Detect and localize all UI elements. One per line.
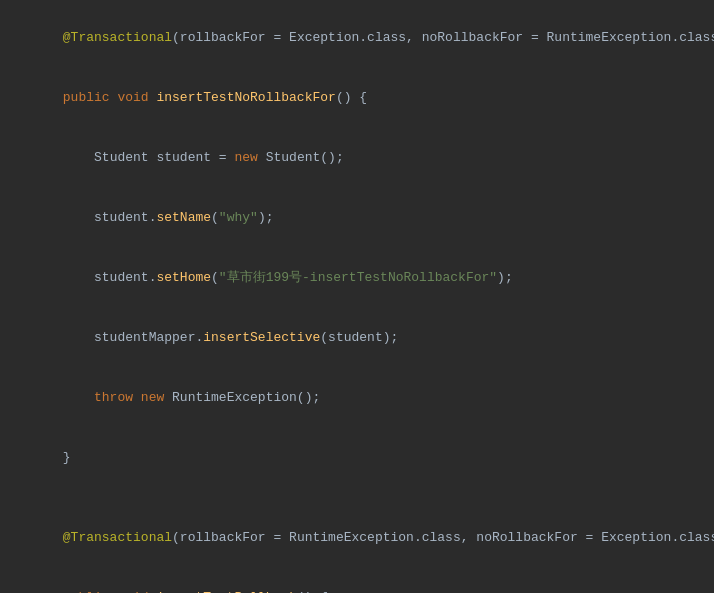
code-editor: @Transactional(rollbackFor = Exception.c… xyxy=(0,0,714,593)
code-block-1: @Transactional(rollbackFor = Exception.c… xyxy=(0,8,714,488)
code-line-1-3: student.setHome("草市街199号-insertTestNoRol… xyxy=(0,248,714,308)
code-line-1-2: student.setName("why"); xyxy=(0,188,714,248)
code-line-1-1: Student student = new Student(); xyxy=(0,128,714,188)
signature-line-2: public void insertTestRollback() { xyxy=(0,568,714,593)
blank-1 xyxy=(0,488,714,508)
signature-line-1: public void insertTestNoRollbackFor() { xyxy=(0,68,714,128)
code-line-1-5: throw new RuntimeException(); xyxy=(0,368,714,428)
code-line-1-4: studentMapper.insertSelective(student); xyxy=(0,308,714,368)
annotation-line-2: @Transactional(rollbackFor = RuntimeExce… xyxy=(0,508,714,568)
code-block-2: @Transactional(rollbackFor = RuntimeExce… xyxy=(0,508,714,593)
closing-brace-1: } xyxy=(0,428,714,488)
annotation-line-1: @Transactional(rollbackFor = Exception.c… xyxy=(0,8,714,68)
